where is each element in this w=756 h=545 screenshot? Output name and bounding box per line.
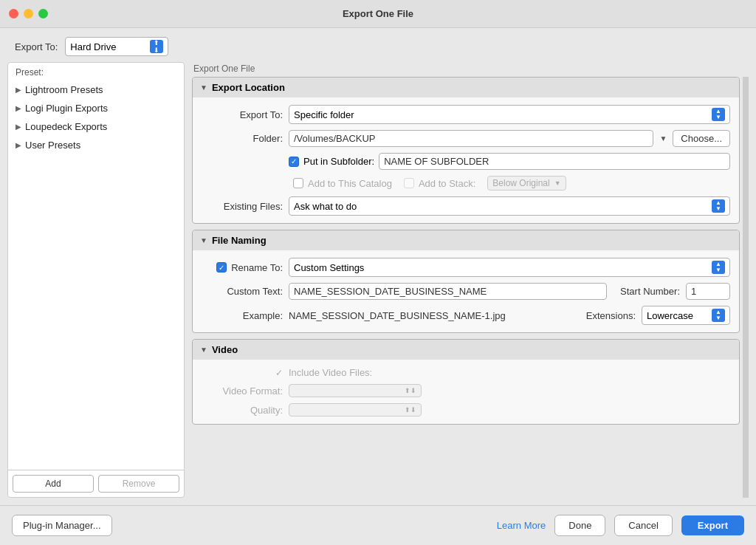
rename-form-row: ✓ Rename To: Custom Settings ▲▼ <box>202 258 730 277</box>
collapse-icon[interactable]: ▼ <box>200 236 207 244</box>
sidebar: Preset: ▶ Lightroom Presets ▶ Logi Plugi… <box>7 62 185 498</box>
file-naming-header: ▼ File Naming <box>193 230 739 250</box>
chevron-right-icon: ▶ <box>16 141 21 149</box>
done-button[interactable]: Done <box>554 515 605 536</box>
add-preset-button[interactable]: Add <box>13 475 94 493</box>
custom-text-label: Custom Text: <box>202 286 283 297</box>
subfolder-label: Put in Subfolder: <box>303 156 374 167</box>
sidebar-item-lightroom[interactable]: ▶ Lightroom Presets <box>8 80 184 99</box>
export-location-body: Export To: Specific folder ▲▼ Folder: <box>193 97 739 223</box>
sidebar-item-label: Loupedeck Exports <box>25 121 107 132</box>
sidebar-item-label: User Presets <box>25 140 80 151</box>
chevron-right-icon: ▶ <box>16 123 21 131</box>
export-location-header: ▼ Export Location <box>193 78 739 97</box>
catalog-form-row: Add to This Catalog Add to Stack: Below … <box>202 176 730 191</box>
right-panel: Export One File ▼ Export Location Export… <box>192 62 749 498</box>
top-export-to-select[interactable]: Hard Drive ⬆⬇ <box>65 37 168 56</box>
add-catalog-label: Add to This Catalog <box>308 178 392 189</box>
file-naming-section: ▼ File Naming ✓ Rename To: Custom Settin… <box>192 230 740 333</box>
export-button[interactable]: Export <box>681 515 744 535</box>
video-format-label: Video Format: <box>202 385 283 397</box>
rename-select[interactable]: Custom Settings ▲▼ <box>289 258 730 277</box>
extensions-value: Lowercase <box>647 310 693 321</box>
quality-chevron-icon: ⬆⬇ <box>405 406 416 414</box>
rename-value: Custom Settings <box>294 262 364 273</box>
existing-files-value: Ask what to do <box>294 201 357 212</box>
quality-select[interactable]: ⬆⬇ <box>289 403 422 417</box>
sidebar-item-logi[interactable]: ▶ Logi Plugin Exports <box>8 99 184 117</box>
bottom-right-controls: Learn More Done Cancel Export <box>497 515 744 536</box>
main-content: Export To: Hard Drive ⬆⬇ Preset: ▶ Light… <box>0 28 756 505</box>
sidebar-item-loupedeck[interactable]: ▶ Loupedeck Exports <box>8 117 184 136</box>
stack-value: Below Original <box>492 178 549 188</box>
top-export-to-label: Export To: <box>15 41 58 52</box>
bottom-bar: Plug-in Manager... Learn More Done Cance… <box>0 505 756 545</box>
custom-text-input[interactable]: NAME_SESSION_DATE_BUSINESS_NAME <box>289 283 607 300</box>
collapse-icon[interactable]: ▼ <box>200 346 207 354</box>
add-stack-label: Add to Stack: <box>419 178 475 189</box>
cancel-button[interactable]: Cancel <box>614 515 672 536</box>
minimize-button[interactable] <box>24 9 33 18</box>
folder-path-display: /Volumes/BACKUP <box>289 130 653 147</box>
stack-arrow-icon: ▼ <box>554 179 561 187</box>
subfolder-input[interactable] <box>379 153 730 170</box>
rename-checkbox[interactable]: ✓ <box>216 262 227 272</box>
quality-row: Quality: ⬆⬇ <box>202 403 730 417</box>
include-video-label: Include Video Files: <box>289 367 372 378</box>
subfolder-checkbox[interactable]: ✓ <box>289 157 299 167</box>
export-to-field-value: Specific folder <box>294 109 354 120</box>
example-form-row: Example: NAME_SESSION_DATE_BUSINESS_NAME… <box>202 306 730 325</box>
start-number-input[interactable]: 1 <box>686 283 730 300</box>
maximize-button[interactable] <box>38 9 48 18</box>
folder-form-row: Folder: /Volumes/BACKUP ▼ Choose... <box>202 130 730 147</box>
video-format-chevron-icon: ⬆⬇ <box>405 387 416 394</box>
video-format-select[interactable]: ⬆⬇ <box>289 384 422 397</box>
export-to-form-row: Export To: Specific folder ▲▼ <box>202 105 730 124</box>
top-export-to-row: Export To: Hard Drive ⬆⬇ <box>0 28 756 62</box>
add-stack-checkbox[interactable] <box>404 178 414 188</box>
export-to-field-label: Export To: <box>202 109 283 120</box>
existing-files-select[interactable]: Ask what to do ▲▼ <box>289 196 730 216</box>
export-to-field-select[interactable]: Specific folder ▲▼ <box>289 105 730 124</box>
extensions-select[interactable]: Lowercase ▲▼ <box>642 306 730 325</box>
close-button[interactable] <box>9 9 18 18</box>
add-catalog-checkbox[interactable] <box>293 178 303 188</box>
remove-preset-button[interactable]: Remove <box>98 475 179 493</box>
stack-value-select[interactable]: Below Original ▼ <box>487 176 566 191</box>
existing-files-form-row: Existing Files: Ask what to do ▲▼ <box>202 196 730 216</box>
title-bar: Export One File <box>0 0 756 28</box>
video-format-row: Video Format: ⬆⬇ <box>202 384 730 397</box>
chevron-right-icon: ▶ <box>16 86 21 94</box>
sidebar-buttons: Add Remove <box>8 470 184 497</box>
rename-label: Rename To: <box>231 262 283 273</box>
sidebar-list: ▶ Lightroom Presets ▶ Logi Plugin Export… <box>8 80 184 470</box>
rename-chevron-icon: ▲▼ <box>712 261 725 274</box>
folder-dropdown-icon[interactable]: ▼ <box>658 134 668 144</box>
choose-folder-button[interactable]: Choose... <box>673 130 730 147</box>
include-video-row: ✓ Include Video Files: <box>202 367 730 378</box>
video-section: ▼ Video ✓ Include Video Files: <box>192 339 740 425</box>
sidebar-item-label: Logi Plugin Exports <box>25 103 108 114</box>
file-naming-body: ✓ Rename To: Custom Settings ▲▼ <box>193 250 739 332</box>
custom-text-form-row: Custom Text: NAME_SESSION_DATE_BUSINESS_… <box>202 283 730 300</box>
file-naming-title: File Naming <box>212 235 267 246</box>
include-video-check-icon: ✓ <box>275 368 283 378</box>
window-title: Export One File <box>343 8 413 19</box>
collapse-icon[interactable]: ▼ <box>200 83 207 92</box>
folder-label: Folder: <box>202 133 283 144</box>
preset-label: Preset: <box>8 63 184 80</box>
plugin-manager-button[interactable]: Plug-in Manager... <box>12 515 112 536</box>
existing-files-chevron-icon: ▲▼ <box>712 199 725 213</box>
extensions-label: Extensions: <box>586 310 636 321</box>
sidebar-item-user[interactable]: ▶ User Presets <box>8 136 184 154</box>
learn-more-link[interactable]: Learn More <box>497 520 546 531</box>
scroll-area: ▼ Export Location Export To: Specific fo… <box>192 77 749 498</box>
start-number-label: Start Number: <box>620 286 680 297</box>
video-body: ✓ Include Video Files: Video Format: ⬆⬇ <box>193 360 739 424</box>
existing-files-label: Existing Files: <box>202 201 283 212</box>
video-title: Video <box>212 344 238 355</box>
video-header: ▼ Video <box>193 340 739 360</box>
top-export-to-value: Hard Drive <box>70 41 116 52</box>
extensions-chevron-icon: ▲▼ <box>712 309 725 322</box>
subfolder-form-row: ✓ Put in Subfolder: <box>202 153 730 170</box>
